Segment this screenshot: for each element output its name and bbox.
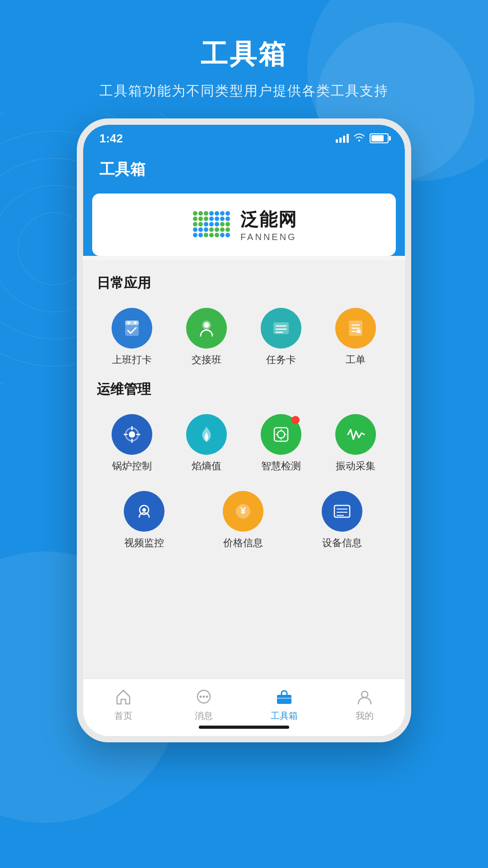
svg-point-33 — [220, 227, 225, 232]
status-time: 1:42 — [99, 132, 123, 146]
daily-section-title: 日常应用 — [97, 274, 391, 292]
nav-profile-icon — [354, 686, 375, 707]
svg-point-41 — [225, 233, 230, 237]
workorder-icon — [344, 317, 367, 340]
svg-point-34 — [225, 227, 230, 232]
workorder-item[interactable]: 工单 — [320, 303, 390, 371]
ops-section-title: 运维管理 — [97, 380, 391, 399]
svg-point-23 — [204, 222, 208, 226]
phone-mockup: 1:42 — [77, 118, 411, 742]
svg-point-32 — [215, 227, 219, 232]
app-header: 工具箱 — [83, 152, 405, 193]
svg-rect-81 — [277, 695, 291, 704]
device-icon — [331, 500, 353, 523]
page-header: 工具箱 工具箱功能为不同类型用户提供各类工具支持 — [0, 0, 488, 118]
workorder-label: 工单 — [346, 353, 366, 367]
svg-point-26 — [220, 222, 225, 226]
svg-point-40 — [220, 233, 225, 237]
boiler-item[interactable]: 锅炉控制 — [97, 410, 167, 477]
nav-home[interactable]: 首页 — [83, 686, 164, 722]
svg-point-83 — [361, 691, 368, 698]
price-icon: ¥ — [232, 500, 254, 523]
banner-card: 泛能网 FANNENG — [92, 193, 396, 256]
svg-rect-82 — [277, 698, 291, 699]
logo-english: FANNENG — [240, 232, 297, 242]
svg-point-79 — [203, 696, 205, 698]
logo-text: 泛能网 FANNENG — [240, 207, 297, 242]
nav-profile[interactable]: 我的 — [324, 686, 405, 722]
video-icon — [133, 500, 155, 523]
smart-badge — [291, 416, 300, 424]
content-inner: 日常应用 — [83, 260, 405, 679]
svg-point-18 — [215, 217, 219, 221]
svg-point-29 — [198, 227, 203, 232]
flame-icon — [195, 423, 218, 446]
svg-rect-56 — [357, 330, 361, 333]
nav-home-label: 首页 — [114, 710, 132, 722]
svg-point-8 — [198, 211, 203, 216]
video-item[interactable]: 视频监控 — [97, 486, 191, 554]
task-icon-circle — [261, 308, 301, 349]
ops-grid-row1: 锅炉控制 焰熵值 — [97, 410, 391, 477]
svg-point-70 — [142, 508, 146, 512]
boiler-icon-circle — [112, 414, 152, 455]
app-header-title: 工具箱 — [99, 159, 389, 180]
nav-message[interactable]: 消息 — [164, 686, 244, 722]
flame-label: 焰熵值 — [192, 459, 221, 473]
device-icon-circle — [322, 491, 362, 532]
shift-item[interactable]: 交接班 — [171, 303, 241, 371]
svg-point-35 — [193, 233, 197, 237]
svg-point-78 — [200, 696, 202, 698]
svg-point-31 — [209, 227, 214, 232]
page-title: 工具箱 — [0, 36, 488, 73]
svg-point-17 — [209, 217, 214, 221]
content-area: 日常应用 — [83, 256, 405, 679]
task-icon — [270, 317, 292, 340]
svg-point-30 — [204, 227, 208, 232]
svg-rect-43 — [125, 321, 139, 325]
shift-label: 交接班 — [192, 353, 221, 367]
svg-point-9 — [204, 211, 208, 216]
smart-item[interactable]: 智慧检测 — [246, 410, 316, 477]
price-item[interactable]: ¥ 价格信息 — [196, 486, 290, 554]
task-item[interactable]: 任务卡 — [246, 303, 316, 371]
workorder-icon-circle — [335, 308, 376, 349]
wifi-icon — [353, 132, 365, 145]
svg-point-16 — [204, 217, 208, 221]
banner-area: 泛能网 FANNENG — [83, 193, 405, 256]
nav-message-icon — [193, 686, 214, 707]
nav-toolbox-icon — [274, 686, 295, 707]
flame-item[interactable]: 焰熵值 — [171, 410, 241, 477]
nav-toolbox-label: 工具箱 — [271, 710, 298, 722]
ops-grid-row2: 视频监控 ¥ 价格信息 — [97, 486, 391, 554]
video-icon-circle — [124, 491, 164, 532]
svg-text:¥: ¥ — [240, 505, 246, 516]
svg-point-25 — [215, 222, 219, 226]
home-indicator — [83, 726, 405, 736]
checkin-icon — [121, 317, 143, 340]
home-bar — [199, 726, 289, 729]
nav-message-label: 消息 — [195, 710, 213, 722]
nav-toolbox[interactable]: 工具箱 — [244, 686, 324, 722]
device-label: 设备信息 — [322, 536, 362, 550]
svg-point-15 — [198, 217, 203, 221]
svg-point-24 — [209, 222, 214, 226]
smart-label: 智慧检测 — [261, 459, 301, 473]
price-icon-circle: ¥ — [223, 491, 263, 532]
svg-point-21 — [193, 222, 197, 226]
bottom-nav: 首页 消息 — [83, 679, 405, 726]
svg-point-64 — [277, 431, 285, 438]
svg-point-28 — [193, 227, 197, 232]
vibration-label: 振动采集 — [336, 459, 375, 473]
daily-apps-grid: 上班打卡 交接班 — [97, 303, 391, 371]
vibration-item[interactable]: 振动采集 — [320, 410, 390, 477]
smart-icon — [270, 423, 292, 446]
device-item[interactable]: 设备信息 — [295, 486, 389, 554]
svg-point-47 — [204, 322, 209, 328]
flame-icon-circle — [186, 414, 227, 455]
svg-point-22 — [198, 222, 203, 226]
svg-point-7 — [193, 211, 197, 216]
logo-chinese: 泛能网 — [240, 207, 297, 232]
svg-point-58 — [129, 431, 135, 438]
checkin-item[interactable]: 上班打卡 — [97, 303, 167, 371]
